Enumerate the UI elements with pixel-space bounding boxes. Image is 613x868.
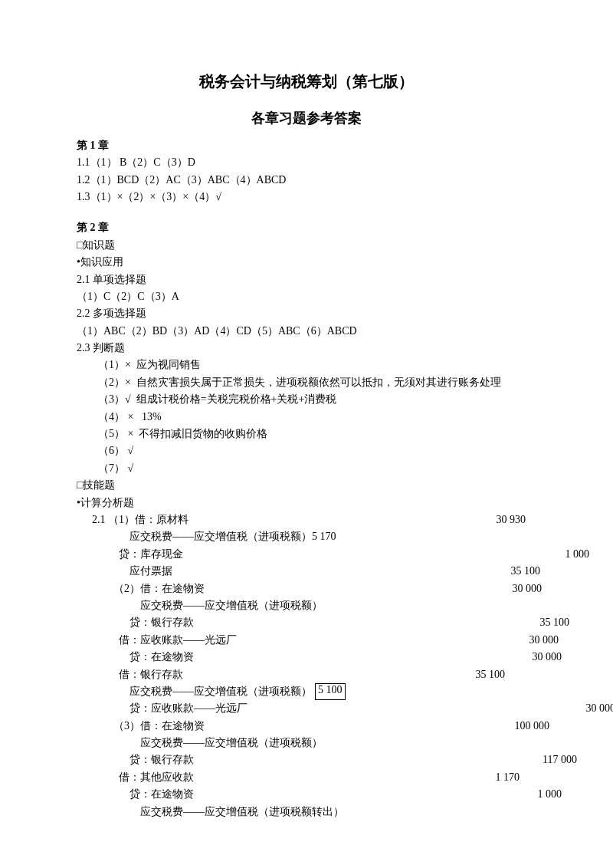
- journal-entry-row: 借：银行存款35 100: [77, 666, 536, 683]
- judge-5: （5） × 不得扣减旧货物的收购价格: [77, 426, 536, 442]
- judge-2: （2）× 自然灾害损失属于正常损失，进项税额依然可以抵扣，无须对其进行账务处理: [77, 374, 536, 391]
- section-2-2-answers: （1）ABC（2）BD（3）AD（4）CD（5）ABC（6）ABCD: [77, 323, 536, 340]
- document-page: 税务会计与纳税筹划（第七版） 各章习题参考答案 第 1 章 1.1（1） B（2…: [0, 0, 613, 868]
- entry-amount: 35 100: [444, 666, 505, 683]
- journal-entry-row: 贷：库存现金1 000: [77, 546, 536, 563]
- entry-amount: 1 170: [458, 769, 520, 786]
- boxed-amount: 5 100: [315, 683, 346, 700]
- journal-entry-row: （2）借：在途物资30 000: [77, 580, 536, 597]
- journal-entry-row: （3）借：在途物资100 000: [77, 718, 536, 735]
- journal-entry-row: 借：其他应收款1 170: [77, 769, 536, 786]
- journal-entry-row: 贷：在途物资30 000: [77, 649, 536, 666]
- section-2-1-answers: （1）C（2）C（3）A: [77, 288, 536, 305]
- judge-1: （1）× 应为视同销售: [77, 357, 536, 373]
- entry-label: 2.1 （1）借：原材料: [77, 511, 188, 528]
- entry-amount: 30 930: [464, 511, 526, 528]
- journal-entry-row: 应付票据35 100: [77, 563, 536, 580]
- entry-label: 贷：银行存款: [77, 751, 194, 768]
- entry-amount: 30 000: [497, 632, 559, 649]
- entry-label: 贷：在途物资: [77, 786, 194, 803]
- doc-subtitle: 各章习题参考答案: [77, 107, 536, 130]
- entry-label: 借：银行存款: [77, 666, 183, 683]
- section-2-2: 2.2 多项选择题: [77, 305, 536, 322]
- entry-label: 应付票据: [77, 563, 172, 580]
- section-2-3: 2.3 判断题: [77, 340, 536, 357]
- entry-amount: 30 000: [554, 700, 613, 717]
- judge-4: （4） × 13%: [77, 409, 536, 426]
- entry-amount: 35 100: [508, 614, 569, 631]
- entry-label: 应交税费——应交增值税（进项税额）: [77, 597, 323, 614]
- entry-amount: 1 000: [500, 786, 562, 803]
- journal-entry-row: 借：应收账款——光远厂30 000: [77, 632, 536, 649]
- journal-entries: 2.1 （1）借：原材料30 930 应交税费——应交增值税（进项税额）5 17…: [77, 511, 536, 820]
- entry-label: （2）借：在途物资: [77, 580, 205, 597]
- section-skill: □技能题: [77, 477, 536, 494]
- ch1-line-3: 1.3（1）×（2）×（3）×（4）√: [77, 189, 536, 205]
- entry-label: 贷：库存现金: [77, 546, 183, 563]
- journal-entry-row: 2.1 （1）借：原材料30 930: [77, 511, 536, 528]
- journal-entry-row: 应交税费——应交增值税（进项税额）5 170: [77, 528, 536, 545]
- journal-entry-row: 应交税费——应交增值税（进项税额）5 100: [77, 683, 536, 700]
- section-2-1: 2.1 单项选择题: [77, 271, 536, 288]
- judge-7: （7） √: [77, 460, 536, 477]
- entry-label: 应交税费——应交增值税（进项税额）5 170: [77, 528, 336, 545]
- entry-label: 贷：在途物资: [77, 649, 194, 666]
- entry-amount: 100 000: [488, 718, 549, 735]
- chapter-2-heading: 第 2 章: [77, 219, 536, 236]
- ch1-line-2: 1.2（1）BCD（2）AC（3）ABC（4）ABCD: [77, 172, 536, 189]
- journal-entry-row: 应交税费——应交增值税（进项税额）5 100: [77, 597, 536, 614]
- journal-entry-row: 应交税费——应交增值税（进项税额）17 000: [77, 735, 536, 751]
- entry-label: 借：其他应收款: [77, 769, 194, 786]
- section-knowledge: □知识题: [77, 237, 536, 254]
- ch1-line-1: 1.1（1） B（2）C（3）D: [77, 154, 536, 171]
- entry-label: 贷：银行存款: [77, 614, 194, 631]
- entry-label: （3）借：在途物资: [77, 718, 205, 735]
- entry-label: 贷：应收账款——光远厂: [77, 700, 247, 717]
- entry-label: 应交税费——应交增值税（进项税额）: [77, 735, 323, 751]
- judge-6: （6） √: [77, 442, 536, 459]
- journal-entry-row: 应交税费——应交增值税（进项税额转出）170: [77, 804, 536, 820]
- entry-label: 应交税费——应交增值税（进项税额转出）: [77, 804, 344, 820]
- journal-entry-row: 贷：在途物资1 000: [77, 786, 536, 803]
- bullet-calc: •计算分析题: [77, 495, 536, 511]
- bullet-knowledge-application: •知识应用: [77, 254, 536, 271]
- chapter-1-heading: 第 1 章: [77, 137, 536, 154]
- entry-amount: 1 000: [528, 546, 589, 563]
- entry-amount: 117 000: [516, 751, 577, 768]
- entry-amount: 30 000: [500, 649, 562, 666]
- entry-amount: 35 100: [479, 563, 540, 580]
- spacer: [77, 205, 536, 216]
- journal-entry-row: 贷：银行存款117 000: [77, 751, 536, 768]
- journal-entry-row: 贷：银行存款35 100: [77, 614, 536, 631]
- journal-entry-row: 贷：应收账款——光远厂30 000: [77, 700, 536, 717]
- entry-label: 应交税费——应交增值税（进项税额）: [77, 683, 312, 700]
- entry-amount: 30 000: [480, 580, 542, 597]
- entry-label: 借：应收账款——光远厂: [77, 632, 237, 649]
- judge-3: （3）√ 组成计税价格=关税完税价格+关税+消费税: [77, 391, 536, 408]
- doc-title: 税务会计与纳税筹划（第七版）: [77, 69, 536, 94]
